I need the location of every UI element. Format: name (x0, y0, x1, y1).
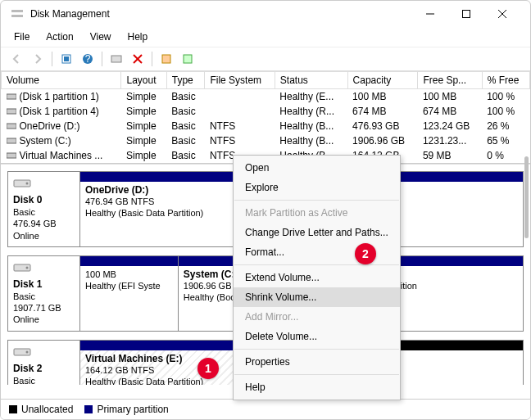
volume-row[interactable]: System (C:)SimpleBasicNTFSHealthy (B...1… (2, 133, 530, 148)
window-title: Disk Management (30, 8, 412, 20)
properties-button[interactable] (157, 50, 175, 68)
maximize-button[interactable] (448, 2, 484, 26)
context-menu-item[interactable]: Extend Volume... (234, 268, 400, 287)
legend: Unallocated Primary partition (1, 399, 530, 419)
menu-action[interactable]: Action (39, 29, 79, 45)
volume-list: VolumeLayoutTypeFile SystemStatusCapacit… (1, 71, 530, 164)
disk-header[interactable]: Disk 0Basic476.94 GBOnline (8, 172, 80, 246)
svg-text:?: ? (85, 53, 91, 65)
legend-primary-icon (84, 405, 93, 413)
annotation-badge: 1 (197, 358, 219, 379)
close-button[interactable] (484, 2, 520, 26)
column-header[interactable]: Free Sp... (418, 72, 482, 89)
legend-unallocated-icon (9, 405, 17, 413)
refresh-button[interactable] (57, 50, 75, 68)
context-menu-item: Mark Partition as Active (234, 203, 400, 223)
app-icon (11, 7, 24, 20)
svg-rect-18 (7, 138, 16, 143)
column-header[interactable]: Status (275, 72, 347, 89)
context-menu-item: Add Mirror... (234, 307, 400, 327)
svg-rect-3 (463, 11, 470, 18)
svg-rect-1 (11, 15, 23, 17)
menu-bar: File Action View Help (1, 27, 530, 47)
column-header[interactable]: Capacity (347, 72, 418, 89)
menu-help[interactable]: Help (121, 29, 155, 45)
svg-rect-13 (162, 55, 170, 63)
svg-rect-15 (7, 94, 16, 99)
toolbar: ? (1, 47, 530, 71)
disk-header[interactable]: Disk 1Basic1907.71 GBOnline (8, 256, 80, 331)
svg-rect-7 (64, 56, 69, 61)
context-menu-item[interactable]: Explore (234, 178, 400, 197)
settings-button[interactable] (107, 50, 125, 68)
partition[interactable]: 100 MBHealthy (EFI Syste (80, 256, 178, 331)
forward-button (29, 50, 47, 68)
scrollbar-thumb[interactable] (524, 156, 529, 238)
context-menu-item[interactable]: Delete Volume... (234, 327, 400, 346)
column-header[interactable]: Type (166, 72, 205, 89)
context-menu-item[interactable]: Shrink Volume... (234, 287, 400, 307)
svg-point-25 (26, 350, 29, 353)
svg-rect-17 (7, 124, 16, 129)
volume-row[interactable]: OneDrive (D:)SimpleBasicNTFSHealthy (B..… (2, 119, 530, 133)
svg-rect-19 (7, 153, 16, 158)
menu-file[interactable]: File (7, 29, 36, 45)
column-header[interactable]: Volume (2, 72, 121, 89)
title-bar: Disk Management (1, 1, 530, 27)
volume-row[interactable]: (Disk 1 partition 1)SimpleBasicHealthy (… (2, 89, 530, 105)
context-menu-item[interactable]: Change Drive Letter and Paths... (234, 223, 400, 242)
minimize-button[interactable] (412, 2, 448, 26)
back-button (7, 50, 25, 68)
menu-view[interactable]: View (84, 29, 118, 45)
svg-rect-14 (184, 55, 192, 63)
svg-rect-0 (11, 10, 23, 12)
help-button[interactable]: ? (79, 50, 97, 68)
context-menu-item[interactable]: Help (234, 377, 400, 397)
column-header[interactable]: % Free (482, 72, 529, 89)
delete-button[interactable] (129, 50, 147, 68)
svg-point-21 (26, 183, 29, 185)
disk-header[interactable]: Disk 2Basic476.94 GBOnline (8, 341, 80, 385)
context-menu-item[interactable]: Open (234, 158, 400, 178)
column-header[interactable]: Layout (121, 72, 166, 89)
context-menu-item[interactable]: Properties (234, 352, 400, 372)
volume-row[interactable]: (Disk 1 partition 4)SimpleBasicHealthy (… (2, 104, 530, 119)
svg-point-23 (26, 266, 29, 269)
action-button[interactable] (179, 50, 197, 68)
svg-rect-10 (111, 56, 121, 62)
svg-rect-16 (7, 109, 16, 114)
column-header[interactable]: File System (205, 72, 275, 89)
annotation-badge: 2 (355, 243, 376, 264)
context-menu: OpenExploreMark Partition as ActiveChang… (233, 155, 401, 400)
